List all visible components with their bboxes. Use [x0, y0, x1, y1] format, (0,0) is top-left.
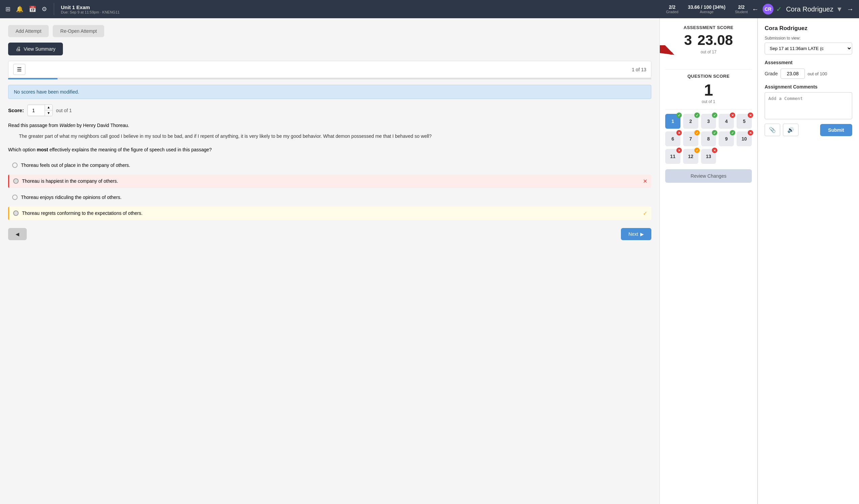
comments-textarea[interactable] — [765, 92, 852, 119]
check-icon: ✓ — [776, 5, 782, 13]
q-badge-11: ✕ — [676, 147, 682, 153]
q-num-2: 2 — [689, 119, 692, 124]
view-summary-label: View Summary — [24, 46, 56, 52]
correct-icon: ✓ — [643, 210, 647, 217]
option-2[interactable]: Thoreau is happiest in the company of ot… — [8, 175, 651, 188]
assessment-panel: ASSESSMENT SCORE 3 23.08 out of 17 QUEST… — [660, 18, 757, 504]
passage-author: by Henry David Thoreau. — [75, 123, 129, 128]
divider-2 — [665, 109, 752, 110]
question-cell-5[interactable]: 5 ✕ — [737, 114, 752, 129]
stepper-down-button[interactable]: ▼ — [45, 110, 52, 116]
q-badge-13: ✕ — [712, 147, 717, 153]
prev-icon: ◀ — [16, 231, 19, 237]
main-layout: Add Attempt Re-Open Attempt 🖨 View Summa… — [0, 18, 859, 504]
print-icon: 🖨 — [16, 46, 21, 52]
question-cell-12[interactable]: 12 ✓ — [683, 149, 698, 164]
q-badge-10: ✕ — [748, 130, 753, 136]
q-num-8: 8 — [707, 136, 710, 142]
view-summary-row: 🖨 View Summary — [8, 43, 651, 56]
progress-bar-container — [8, 78, 651, 79]
prev-arrow-icon[interactable]: ← — [752, 5, 758, 13]
top-navigation: ⊞ 🔔 📅 ⚙ Unit 1 Exam Due: Sep 9 at 11:59p… — [0, 0, 859, 18]
score-left: 3 — [684, 32, 692, 48]
question-cell-10[interactable]: 10 ✕ — [737, 131, 752, 146]
option-4[interactable]: Thoreau regrets conforming to the expect… — [8, 207, 651, 220]
submit-action-row: 📎 🔊 Submit — [765, 124, 852, 136]
score-input[interactable] — [28, 106, 45, 115]
student-value: 2/2 — [735, 4, 748, 10]
question-score-title: QUESTION SCORE — [665, 74, 752, 79]
assessment-out-of: out of 17 — [665, 50, 752, 54]
question-cell-11[interactable]: 11 ✕ — [665, 149, 680, 164]
question-text: Which option most effectively explains t… — [8, 146, 651, 153]
nav-arrows: ← CR ✓ Cora Rodriguez ▼ → — [752, 4, 854, 15]
next-button[interactable]: Next ▶ — [621, 228, 651, 240]
question-cell-3[interactable]: 3 ✓ — [701, 114, 716, 129]
calendar-icon[interactable]: 📅 — [29, 5, 36, 13]
next-arrow-icon[interactable]: → — [847, 5, 854, 13]
progress-bar-fill — [8, 78, 58, 79]
score-row: Score: ▲ ▼ out of 1 — [8, 105, 651, 116]
graded-label: Graded — [666, 10, 678, 14]
review-changes-button[interactable]: Review Changes — [665, 169, 752, 183]
question-cell-2[interactable]: 2 ✓ — [683, 114, 698, 129]
grade-input[interactable] — [781, 68, 805, 79]
average-value: 33.66 / 100 (34%) — [688, 4, 725, 10]
passage-intro-text: Read this passage from — [8, 123, 60, 128]
chevron-down-icon[interactable]: ▼ — [836, 5, 843, 13]
student-name: Cora Rodriguez — [765, 25, 852, 32]
option-3[interactable]: Thoreau enjoys ridiculing the opinions o… — [8, 191, 651, 203]
option-1-radio — [12, 162, 18, 168]
alert-message: No scores have been modified. — [8, 85, 651, 99]
question-cell-7[interactable]: 7 ✓ — [683, 131, 698, 146]
question-cell-13[interactable]: 13 ✕ — [701, 149, 716, 164]
stepper-up-button[interactable]: ▲ — [45, 105, 52, 110]
assessment-section-title: Assessment — [765, 60, 852, 65]
gear-icon[interactable]: ⚙ — [42, 5, 47, 13]
submit-button[interactable]: Submit — [820, 124, 852, 136]
view-summary-button[interactable]: 🖨 View Summary — [8, 43, 63, 56]
question-bold: most — [37, 147, 48, 152]
grade-label: Grade — [765, 71, 778, 76]
q-badge-12: ✓ — [694, 147, 700, 153]
option-1-text: Thoreau feels out of place in the compan… — [21, 162, 130, 168]
option-1[interactable]: Thoreau feels out of place in the compan… — [8, 159, 651, 171]
q-num-4: 4 — [725, 119, 728, 124]
exam-due: Due: Sep 9 at 11:59pm · KNENG11 — [61, 10, 662, 14]
attachment-button[interactable]: 📎 — [765, 124, 780, 136]
question-score-out-of: out of 1 — [665, 99, 752, 104]
q-badge-5: ✕ — [748, 112, 753, 118]
passage-intro: Read this passage from Walden by Henry D… — [8, 122, 651, 129]
exam-stats: 2/2 Graded 33.66 / 100 (34%) Average 2/2… — [666, 4, 748, 14]
question-toolbar: ☰ 1 of 13 — [8, 61, 651, 78]
audio-button[interactable]: 🔊 — [783, 124, 798, 136]
next-label: Next — [628, 231, 638, 237]
bottom-navigation: ◀ Next ▶ — [8, 228, 651, 240]
q-num-6: 6 — [672, 136, 674, 142]
question-cell-4[interactable]: 4 ✕ — [719, 114, 734, 129]
wrong-icon: ✕ — [643, 178, 647, 185]
question-cell-8[interactable]: 8 ✓ — [701, 131, 716, 146]
q-num-9: 9 — [725, 136, 728, 142]
reopen-attempt-button[interactable]: Re-Open Attempt — [53, 25, 104, 37]
question-cell-1[interactable]: 1 ✓ — [665, 114, 680, 129]
question-cell-6[interactable]: 6 ✕ — [665, 131, 680, 146]
submission-select[interactable]: Sep 17 at 11:36am LATE (c — [765, 43, 852, 54]
q-badge-1: ✓ — [676, 112, 682, 118]
score-stepper: ▲ ▼ — [45, 105, 52, 116]
bell-icon[interactable]: 🔔 — [16, 5, 23, 13]
user-name: Cora Rodriguez — [786, 5, 833, 13]
grid-icon[interactable]: ⊞ — [5, 5, 11, 13]
q-num-5: 5 — [743, 119, 746, 124]
question-score-value: 1 — [665, 81, 752, 99]
answer-options: Thoreau feels out of place in the compan… — [8, 159, 651, 220]
question-cell-9[interactable]: 9 ✓ — [719, 131, 734, 146]
prev-button[interactable]: ◀ — [8, 228, 27, 240]
graded-value: 2/2 — [666, 4, 678, 10]
add-attempt-button[interactable]: Add Attempt — [8, 25, 49, 37]
divider-1 — [665, 69, 752, 69]
hamburger-button[interactable]: ☰ — [13, 64, 25, 75]
q-badge-2: ✓ — [694, 112, 700, 118]
exam-title: Unit 1 Exam — [61, 4, 662, 10]
option-3-text: Thoreau enjoys ridiculing the opinions o… — [21, 194, 121, 200]
